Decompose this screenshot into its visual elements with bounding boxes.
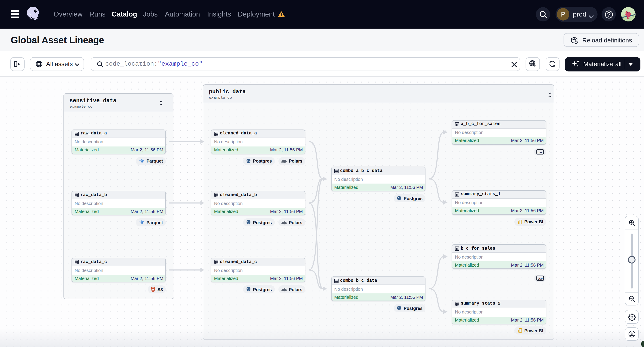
svg-text:csv: csv [538, 150, 543, 154]
svg-text:csv: csv [538, 277, 543, 280]
